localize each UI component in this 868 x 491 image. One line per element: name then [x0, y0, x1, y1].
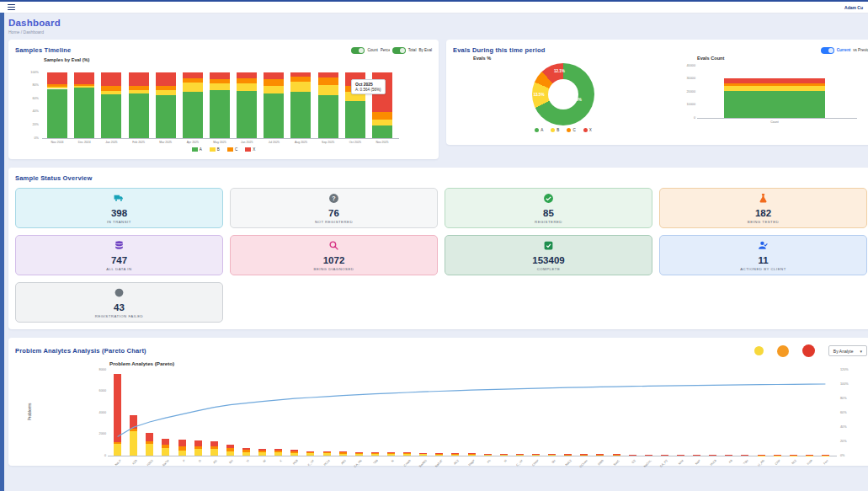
- menu-icon[interactable]: [8, 4, 15, 10]
- bar-segment: [580, 455, 588, 456]
- samples-legend: ABCX: [15, 147, 432, 152]
- axis-tick: 0%: [15, 136, 39, 140]
- bar-segment: [564, 455, 572, 456]
- bar-segment: [372, 112, 392, 120]
- bar-segment: [101, 86, 121, 91]
- status-card-registered[interactable]: 85REGISTERED: [445, 188, 652, 228]
- bar-segment: [724, 83, 825, 86]
- user-menu[interactable]: Adam Cu: [844, 5, 863, 10]
- axis-tick: 20%: [840, 440, 847, 443]
- bar-segment: [264, 93, 284, 138]
- bar-segment: [371, 454, 379, 456]
- breadcrumb-home[interactable]: Home: [8, 29, 19, 35]
- legend-item[interactable]: A: [535, 128, 543, 132]
- status-card-in-transit[interactable]: 398IN TRANSIT: [15, 188, 223, 228]
- bar-segment: [264, 72, 284, 79]
- filter-red-button[interactable]: [802, 344, 815, 357]
- pareto-controls: By Analyte ▾: [754, 344, 867, 357]
- bar-segment: [323, 452, 331, 453]
- bar-segment: [242, 448, 250, 450]
- bar-segment: [548, 454, 556, 455]
- toggle-label-vs-previous: vs Previous: [853, 48, 868, 52]
- axis-tick: 40000: [674, 64, 695, 67]
- status-value: 1072: [323, 255, 345, 266]
- legend-item[interactable]: B: [551, 128, 559, 132]
- breadcrumb-current: Dashboard: [24, 29, 44, 35]
- axis-tick: 80%: [840, 397, 847, 400]
- bar-segment: [613, 455, 620, 456]
- status-card-not-registered[interactable]: ?76NOT REGISTERED: [230, 188, 438, 228]
- bar-segment: [47, 84, 67, 87]
- legend-item[interactable]: X: [583, 128, 592, 132]
- bar-segment: [564, 455, 572, 456]
- samples-timeline-title: Samples Timeline: [15, 46, 71, 54]
- axis-label: Feb 2025: [125, 141, 152, 144]
- bar-segment: [146, 444, 153, 456]
- bar-segment: [387, 452, 395, 453]
- x-axis-line: [697, 118, 857, 119]
- pareto-section: Problem Analytes Analysis (Pareto Chart)…: [8, 338, 868, 466]
- status-grid: 398IN TRANSIT?76NOT REGISTERED85REGISTER…: [15, 188, 867, 323]
- bar-segment: [372, 125, 392, 138]
- total-byeval-toggle[interactable]: [392, 47, 406, 54]
- by-analyte-select[interactable]: By Analyte ▾: [828, 345, 867, 356]
- bar-segment: [183, 72, 203, 78]
- question-icon: ?: [328, 192, 339, 207]
- pareto-title: Problem Analytes Analysis (Pareto Chart): [15, 347, 146, 355]
- bar-segment: [387, 454, 395, 456]
- status-label: NOT REGISTERED: [315, 220, 353, 224]
- legend-item[interactable]: A: [192, 147, 202, 152]
- status-card-complete[interactable]: 153409COMPLETE: [445, 235, 652, 275]
- toggle-label-total: Total: [408, 48, 417, 52]
- bar-segment: [403, 454, 411, 456]
- legend-item[interactable]: C: [567, 128, 575, 132]
- axis-label: Aug 2025: [287, 141, 314, 144]
- pareto-chart: 020004000600080000%20%40%60%80%100%120%N…: [81, 366, 868, 472]
- donut-slice-label: 13.5%: [533, 93, 544, 97]
- evals-count-title: Evals Count: [697, 56, 868, 61]
- status-card-being-tested[interactable]: 182BEING TESTED: [659, 188, 867, 228]
- bar-segment: [156, 90, 176, 95]
- status-card-all-data-in[interactable]: 747ALL DATA IN: [15, 235, 223, 275]
- top-accent-bar: [0, 0, 868, 2]
- bar-segment: [484, 454, 492, 455]
- count-percent-toggle[interactable]: [351, 47, 365, 54]
- current-previous-toggle[interactable]: [821, 47, 834, 54]
- bar-segment: [237, 72, 257, 78]
- bar-segment: [242, 452, 250, 456]
- bar-segment: [162, 448, 169, 456]
- collapsed-sidebar[interactable]: [0, 13, 4, 491]
- axis-label: Dec 2024: [71, 141, 98, 144]
- bar-segment: [258, 449, 266, 451]
- bar-segment: [264, 86, 284, 93]
- bar-segment: [237, 91, 257, 138]
- legend-item[interactable]: X: [245, 147, 255, 152]
- bar-segment: [183, 78, 203, 83]
- status-label: BEING TESTED: [748, 220, 779, 224]
- status-label: REGISTRATION FAILED: [95, 314, 143, 318]
- bar-segment: [371, 452, 379, 453]
- page-header: Dashboard Home / Dashboard: [8, 18, 868, 35]
- status-label: ALL DATA IN: [106, 267, 131, 271]
- axis-tick: 20%: [15, 123, 39, 126]
- bar-segment: [435, 453, 443, 454]
- axis-tick: 10000: [674, 103, 695, 106]
- donut-slice-label: 67.9%: [571, 98, 582, 102]
- bar-segment: [258, 452, 266, 456]
- status-label: IN TRANSIT: [107, 220, 131, 224]
- bar-segment: [645, 455, 652, 456]
- status-card-registration-failed[interactable]: 43REGISTRATION FAILED: [15, 282, 223, 323]
- axis-label: Jun 2025: [233, 141, 260, 144]
- status-value: 11: [758, 255, 768, 266]
- status-card-actioned-by-client[interactable]: 11ACTIONED BY CLIENT: [659, 235, 867, 275]
- bar-segment: [162, 439, 169, 446]
- bar-segment: [387, 453, 395, 454]
- legend-item[interactable]: C: [227, 147, 237, 152]
- circle-icon: [114, 286, 125, 302]
- status-card-being-diagnosed[interactable]: 1072BEING DIAGNOSED: [230, 235, 438, 275]
- filter-yellow-button[interactable]: [754, 346, 764, 355]
- tooltip-title: Oct 2025: [355, 82, 381, 87]
- legend-item[interactable]: B: [210, 147, 220, 152]
- filter-orange-button[interactable]: [777, 345, 789, 357]
- bar-segment: [318, 85, 338, 95]
